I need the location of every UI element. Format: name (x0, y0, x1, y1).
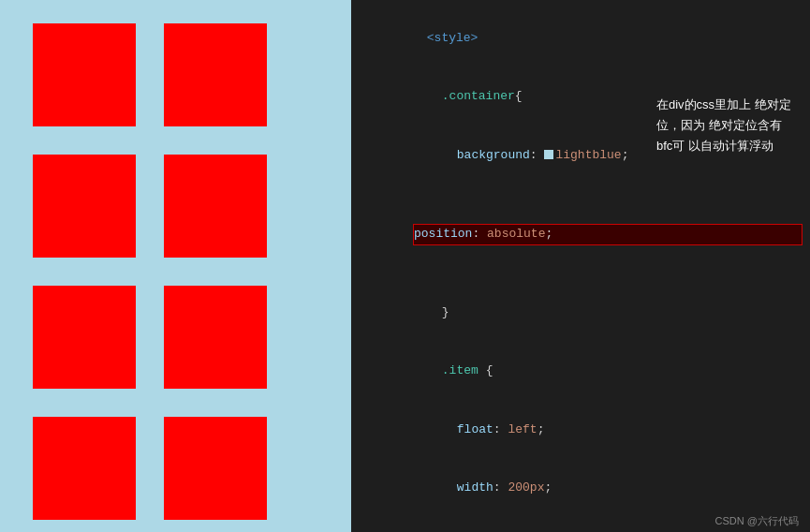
item-box-7 (33, 417, 136, 520)
code-line: width: 200px; (361, 459, 810, 517)
code-panel: <style> .container{ background: lightblu… (351, 0, 810, 532)
highlighted-text: position: absolute; (413, 224, 803, 245)
item-box-4 (164, 155, 267, 258)
code-line: .item { (361, 343, 810, 401)
annotation-bubble: 在div的css里加上 绝对定位，因为 绝对定位含有bfc可 以自动计算浮动 (649, 89, 799, 162)
item-box-8 (164, 417, 267, 520)
item-box-2 (164, 23, 267, 126)
lightblue-swatch (544, 150, 553, 159)
container-demo (19, 9, 384, 523)
item-box-6 (164, 286, 267, 389)
watermark: CSDN @六行代码 (715, 514, 799, 528)
code-line: <style> (361, 9, 810, 67)
highlight-code-line: position: absolute; (361, 185, 810, 284)
code-selector: .container (442, 89, 515, 103)
annotation-text: 在div的css里加上 绝对定位，因为 绝对定位含有bfc可 以自动计算浮动 (656, 97, 791, 153)
item-box-3 (33, 155, 136, 258)
code-line: } (361, 284, 810, 342)
demo-area (0, 0, 393, 532)
main-wrapper: <style> .container{ background: lightblu… (0, 0, 810, 532)
code-line: float: left; (361, 401, 810, 459)
item-box-5 (33, 286, 136, 389)
code-tag: <style> (427, 31, 479, 45)
item-box-1 (33, 23, 136, 126)
